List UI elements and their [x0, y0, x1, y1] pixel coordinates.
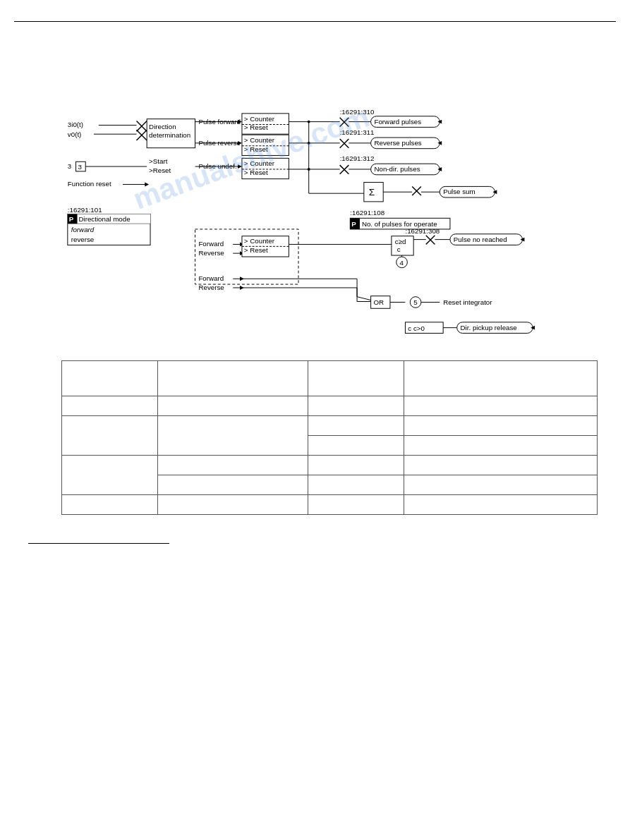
header-col-3: [308, 361, 404, 396]
input-3i0-label: 3i0(t): [67, 121, 83, 128]
cell-4-4: [404, 456, 597, 475]
table-row: [61, 396, 597, 416]
cell-3-4: [404, 436, 597, 456]
reverse-option: reverse: [71, 236, 94, 243]
forward-pulses-label: Forward pulses: [374, 118, 421, 126]
directional-mode-label: Directional mode: [78, 215, 130, 223]
compare-d-label: c≥d: [394, 238, 406, 245]
cell-1-3: [308, 396, 404, 416]
function-reset-label: Function reset: [67, 180, 111, 188]
ref-108: :16291:108: [350, 209, 384, 217]
reverse-pulses-label: Reverse pulses: [374, 139, 421, 147]
cell-6-1: [61, 495, 158, 515]
table-row: [61, 456, 597, 475]
compare-c-gt0: c c>0: [408, 324, 425, 332]
diagram-container: 3i0(t) v0(t) Direction determination 3 3…: [61, 50, 598, 346]
table-container: [61, 360, 598, 515]
bottom-divider: [28, 543, 169, 544]
pulse-undef-label: Pulse undef.: [198, 162, 236, 170]
svg-marker-20: [238, 164, 242, 169]
num-3-box: 3: [78, 163, 81, 171]
counter2-in1: > Counter: [243, 136, 274, 144]
cell-1-2: [158, 396, 308, 416]
counter4-in1: > Counter: [243, 237, 274, 245]
header-col-1: [61, 361, 158, 396]
table-row: [61, 495, 597, 515]
data-table: [61, 360, 598, 515]
reset-label: >Reset: [149, 166, 171, 174]
ref-312: :16291:312: [339, 154, 374, 162]
cell-4-3: [308, 456, 404, 475]
page: 3i0(t) v0(t) Direction determination 3 3…: [0, 0, 630, 840]
pulse-sum-label: Pulse sum: [443, 188, 475, 195]
non-dir-pulses-label: Non-dir. pulses: [374, 165, 420, 173]
cell-2-4: [404, 416, 597, 436]
pulse-forward-label: Pulse forward: [198, 118, 241, 126]
top-divider: [14, 21, 616, 22]
ref-311: :16291:311: [339, 128, 374, 136]
num-4-label: 4: [399, 259, 404, 267]
cell-4-1: [61, 456, 158, 495]
cell-6-2: [158, 495, 308, 515]
input-v0-label: v0(t): [67, 130, 81, 138]
ref-308: :16291:308: [405, 227, 440, 235]
num-3-label: 3: [67, 162, 71, 170]
ref-101: :16291:101: [67, 206, 102, 214]
reset-integrator-label: Reset integrator: [443, 298, 492, 306]
counter4-in2: > Reset: [243, 246, 267, 254]
table-row: [61, 416, 597, 436]
cell-3-3: [308, 436, 404, 456]
direction-label1: Direction: [149, 123, 176, 130]
forward-option: forward: [71, 226, 94, 233]
svg-point-48: [307, 142, 310, 145]
cell-1-4: [404, 396, 597, 416]
cell-1-1: [61, 396, 158, 416]
svg-line-89: [357, 297, 371, 300]
compare-c-label: c: [396, 245, 400, 253]
num-5-label: 5: [413, 298, 418, 306]
cell-5-2: [158, 475, 308, 495]
cell-2-2: [158, 416, 308, 456]
counter1-in1: > Counter: [243, 115, 274, 123]
pulse-reverse-label: Pulse reverse: [198, 139, 241, 147]
start-label: >Start: [149, 157, 168, 165]
svg-marker-10: [145, 183, 149, 187]
cell-2-1: [61, 416, 158, 456]
cell-5-3: [308, 475, 404, 495]
or-label: OR: [373, 298, 384, 306]
reverse-label-2: Reverse: [198, 249, 224, 257]
ref-310: :16291:310: [339, 108, 374, 116]
dir-pickup-release-label: Dir. pickup release: [460, 324, 516, 331]
table-header-row: [61, 361, 597, 396]
diagram-svg: 3i0(t) v0(t) Direction determination 3 3…: [61, 50, 598, 346]
forward-label-2: Forward: [198, 240, 224, 248]
pulse-no-reached-label: Pulse no reached: [453, 236, 507, 243]
sigma-label: Σ: [368, 187, 374, 197]
header-col-4: [404, 361, 597, 396]
cell-5-4: [404, 475, 597, 495]
cell-2-3: [308, 416, 404, 436]
direction-label2: determination: [149, 131, 190, 139]
p-label-1: P: [68, 215, 73, 223]
svg-point-47: [307, 121, 310, 123]
svg-point-49: [307, 168, 310, 171]
cell-4-2: [158, 456, 308, 475]
forward-label-3: Forward: [198, 274, 224, 282]
cell-6-3: [308, 495, 404, 515]
header-col-2: [158, 361, 308, 396]
p-label-2: P: [351, 220, 356, 228]
reverse-label-3: Reverse: [198, 284, 224, 291]
cell-6-4: [404, 495, 597, 515]
counter3-in1: > Counter: [243, 159, 274, 167]
